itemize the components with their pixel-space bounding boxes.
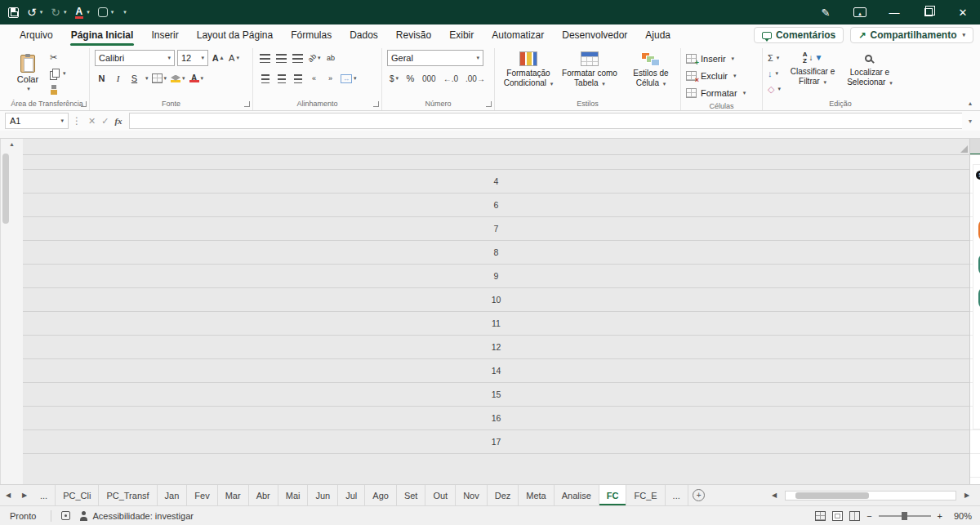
close-button[interactable]: ✕ <box>946 0 980 24</box>
dialog-launcher-icon[interactable] <box>81 101 87 107</box>
align-center-button[interactable] <box>274 71 288 86</box>
delete-cells-button[interactable]: Excluir▾ <box>686 69 746 83</box>
sheet-tab-meta[interactable]: Meta <box>519 485 554 505</box>
ribbon-display-icon[interactable]: ▴ <box>843 0 877 24</box>
sheet-tab-nov[interactable]: Nov <box>456 485 488 505</box>
format-as-table-button[interactable]: Formatar como Tabela ▾ <box>561 49 618 98</box>
underline-button[interactable]: S <box>127 71 141 86</box>
decrease-decimal-button[interactable]: .00→ <box>463 74 488 83</box>
align-top-button[interactable] <box>258 51 272 65</box>
undo-button[interactable]: ↺▾ <box>27 7 42 18</box>
autosum-button[interactable]: Σ▾ <box>768 51 781 65</box>
menu-tab-inserir[interactable]: Inserir <box>143 24 186 46</box>
dialog-launcher-icon[interactable] <box>244 101 250 107</box>
clear-button[interactable]: ◇▾ <box>768 82 781 96</box>
row-header-10[interactable]: 10 <box>23 288 969 312</box>
customize-toolbar-icon[interactable]: ▾ <box>123 9 127 16</box>
menu-tab-arquivo[interactable]: Arquivo <box>11 24 61 46</box>
macro-record-icon[interactable] <box>61 511 70 520</box>
align-right-button[interactable] <box>291 71 305 86</box>
conditional-formatting-button[interactable]: Formatação Condicional ▾ <box>500 49 557 98</box>
sort-filter-button[interactable]: AZ↓▼ Classificar e Filtrar ▾ <box>786 49 839 98</box>
confirm-entry-icon[interactable]: ✓ <box>101 116 109 127</box>
draw-icon[interactable]: ✎ <box>808 0 843 24</box>
menu-tab-automatizar[interactable]: Automatizar <box>483 24 552 46</box>
sheet-tab-dez[interactable]: Dez <box>488 485 519 505</box>
fill-button[interactable]: ↓▾ <box>768 67 781 80</box>
dialog-launcher-icon[interactable] <box>486 101 492 107</box>
thousands-separator-button[interactable]: 000 <box>420 74 439 83</box>
font-size-select[interactable]: 12▾ <box>177 50 208 66</box>
quick-command-button[interactable]: ▾ <box>98 7 114 17</box>
number-format-select[interactable]: Geral▾ <box>387 50 483 66</box>
sheet-canvas[interactable]: $ RELATÓRIOS GERAIS FLUXO DE CAIXA DRE I… <box>970 155 980 484</box>
font-color-button[interactable]: A▾ <box>189 71 205 86</box>
zoom-slider-thumb[interactable] <box>902 512 907 520</box>
sheet-tab-mar[interactable]: Mar <box>218 485 249 505</box>
row-header-4[interactable]: 4 <box>23 170 969 194</box>
row-header-15[interactable]: 15 <box>23 383 969 407</box>
sheet-tab-set[interactable]: Set <box>397 485 426 505</box>
align-bottom-button[interactable] <box>291 51 305 65</box>
row-header-16[interactable]: 16 <box>23 407 969 430</box>
sheet-tab-jan[interactable]: Jan <box>158 485 188 505</box>
menu-tab-exibir[interactable]: Exibir <box>441 24 482 46</box>
vertical-scrollbar[interactable]: ▲ <box>0 139 23 484</box>
page-layout-view-icon[interactable] <box>832 511 843 521</box>
percent-format-button[interactable]: % <box>403 71 417 86</box>
horizontal-scroll-thumb[interactable] <box>795 492 869 499</box>
zoom-slider[interactable] <box>879 515 931 517</box>
sheet-tab-out[interactable]: Out <box>425 485 456 505</box>
row-header-6[interactable]: 6 <box>23 194 969 217</box>
orientation-button[interactable]: ab▾ <box>307 51 322 65</box>
format-cells-button[interactable]: Formatar▾ <box>686 86 746 100</box>
merge-center-button[interactable]: ↔▾ <box>340 71 358 86</box>
row-header-12[interactable]: 12 <box>23 336 969 359</box>
menu-tab-formulas[interactable]: Fórmulas <box>283 24 340 46</box>
sheet-tab-jun[interactable]: Jun <box>308 485 338 505</box>
collapse-ribbon-icon[interactable]: ▴ <box>969 100 972 107</box>
sheet-tab-mai[interactable]: Mai <box>278 485 309 505</box>
insert-function-icon[interactable]: fx <box>114 116 122 126</box>
restore-button[interactable] <box>911 0 946 24</box>
menu-tab-revisao[interactable]: Revisão <box>388 24 439 46</box>
increase-indent-button[interactable]: » <box>323 71 337 86</box>
row-header-8[interactable]: 8 <box>23 241 969 265</box>
zoom-in-icon[interactable]: + <box>938 511 942 521</box>
menu-tab-layout-da-pagina[interactable]: Layout da Página <box>189 24 281 46</box>
menu-tab-dados[interactable]: Dados <box>341 24 386 46</box>
font-name-select[interactable]: Calibri▾ <box>95 50 175 66</box>
horizontal-scroll-track[interactable] <box>785 491 956 501</box>
find-select-button[interactable]: Localizar e Selecionar ▾ <box>843 49 897 98</box>
row-header-14[interactable]: 14 <box>23 359 969 383</box>
row-header-7[interactable]: 7 <box>23 217 969 241</box>
row-header-11[interactable]: 11 <box>23 312 969 336</box>
sheet-tab-jul[interactable]: Jul <box>338 485 365 505</box>
expand-formula-bar-icon[interactable]: ▾ <box>965 118 975 125</box>
redo-button[interactable]: ↻▾ <box>51 7 66 18</box>
formula-bar-handle[interactable]: ⋮ <box>72 115 82 127</box>
sheet-tab-fc-e[interactable]: FC_E <box>626 485 665 505</box>
menu-tab-desenvolvedor[interactable]: Desenvolvedor <box>554 24 635 46</box>
dialog-launcher-icon[interactable] <box>373 101 379 107</box>
accessibility-status[interactable]: Acessibilidade: investigar <box>75 511 194 521</box>
save-icon[interactable] <box>8 7 19 18</box>
copy-button[interactable]: ▾ <box>50 67 66 80</box>
scroll-right-icon[interactable]: ▶ <box>959 492 975 499</box>
sheet-tab-analise[interactable]: Analise <box>555 485 599 505</box>
sheet-tab-fev[interactable]: Fev <box>187 485 217 505</box>
column-header-a[interactable]: A <box>970 139 980 155</box>
borders-button[interactable]: ▾ <box>151 71 168 86</box>
cell-styles-button[interactable]: Estilos de Célula ▾ <box>622 49 679 98</box>
menu-tab-ajuda[interactable]: Ajuda <box>637 24 679 46</box>
sheet-nav-next-icon[interactable]: ▶ <box>16 485 33 505</box>
fill-color-button[interactable]: ▾ <box>170 71 186 86</box>
vertical-scroll-thumb[interactable] <box>2 153 9 224</box>
align-middle-button[interactable] <box>274 51 288 65</box>
normal-view-icon[interactable] <box>815 511 826 521</box>
align-left-button[interactable] <box>258 71 272 86</box>
menu-tab-pagina-inicial[interactable]: Página Inicial <box>63 24 142 46</box>
increase-font-button[interactable]: A▴ <box>211 51 225 65</box>
sheet-tab-pc-cli[interactable]: PC_Cli <box>56 485 99 505</box>
cut-button[interactable]: ✂ <box>50 51 66 64</box>
